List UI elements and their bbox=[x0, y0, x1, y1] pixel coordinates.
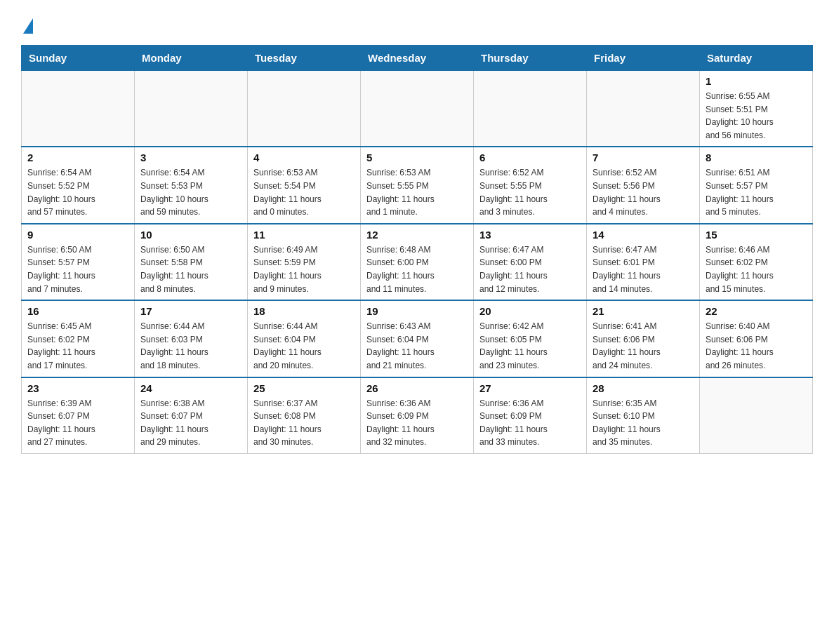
calendar-cell bbox=[700, 377, 813, 454]
day-info: Sunrise: 6:47 AMSunset: 6:01 PMDaylight:… bbox=[593, 243, 694, 295]
day-number: 25 bbox=[253, 382, 355, 394]
day-number: 4 bbox=[253, 152, 355, 163]
calendar-table: SundayMondayTuesdayWednesdayThursdayFrid… bbox=[21, 45, 813, 454]
day-number: 21 bbox=[593, 305, 694, 317]
day-info: Sunrise: 6:36 AMSunset: 6:09 PMDaylight:… bbox=[366, 397, 468, 449]
day-number: 10 bbox=[140, 229, 241, 241]
calendar-cell: 10Sunrise: 6:50 AMSunset: 5:58 PMDayligh… bbox=[135, 224, 248, 300]
day-number: 8 bbox=[706, 152, 807, 163]
day-info: Sunrise: 6:47 AMSunset: 6:00 PMDaylight:… bbox=[479, 243, 581, 295]
day-info: Sunrise: 6:54 AMSunset: 5:53 PMDaylight:… bbox=[140, 166, 241, 218]
calendar-cell bbox=[248, 70, 361, 147]
day-number: 2 bbox=[27, 152, 128, 163]
calendar-cell: 17Sunrise: 6:44 AMSunset: 6:03 PMDayligh… bbox=[135, 300, 248, 377]
calendar-week-row: 23Sunrise: 6:39 AMSunset: 6:07 PMDayligh… bbox=[22, 377, 813, 454]
column-header-monday: Monday bbox=[135, 46, 248, 70]
day-info: Sunrise: 6:53 AMSunset: 5:55 PMDaylight:… bbox=[366, 166, 468, 218]
calendar-week-row: 2Sunrise: 6:54 AMSunset: 5:52 PMDaylight… bbox=[22, 147, 813, 223]
calendar-cell: 4Sunrise: 6:53 AMSunset: 5:54 PMDaylight… bbox=[248, 147, 361, 223]
day-number: 17 bbox=[140, 305, 241, 317]
day-info: Sunrise: 6:43 AMSunset: 6:04 PMDaylight:… bbox=[366, 320, 468, 372]
page-header bbox=[21, 17, 813, 32]
calendar-cell bbox=[474, 70, 587, 147]
day-info: Sunrise: 6:48 AMSunset: 6:00 PMDaylight:… bbox=[366, 243, 468, 295]
day-info: Sunrise: 6:54 AMSunset: 5:52 PMDaylight:… bbox=[27, 166, 128, 218]
column-header-saturday: Saturday bbox=[700, 46, 813, 70]
day-info: Sunrise: 6:44 AMSunset: 6:04 PMDaylight:… bbox=[253, 320, 355, 372]
column-header-wednesday: Wednesday bbox=[361, 46, 474, 70]
calendar-cell bbox=[361, 70, 474, 147]
day-info: Sunrise: 6:38 AMSunset: 6:07 PMDaylight:… bbox=[140, 397, 241, 449]
day-info: Sunrise: 6:35 AMSunset: 6:10 PMDaylight:… bbox=[593, 397, 694, 449]
calendar-cell: 26Sunrise: 6:36 AMSunset: 6:09 PMDayligh… bbox=[361, 377, 474, 454]
day-number: 27 bbox=[479, 382, 581, 394]
day-number: 20 bbox=[479, 305, 581, 317]
column-header-thursday: Thursday bbox=[474, 46, 587, 70]
day-info: Sunrise: 6:37 AMSunset: 6:08 PMDaylight:… bbox=[253, 397, 355, 449]
calendar-cell: 23Sunrise: 6:39 AMSunset: 6:07 PMDayligh… bbox=[22, 377, 135, 454]
calendar-cell: 5Sunrise: 6:53 AMSunset: 5:55 PMDaylight… bbox=[361, 147, 474, 223]
day-info: Sunrise: 6:45 AMSunset: 6:02 PMDaylight:… bbox=[27, 320, 128, 372]
logo-arrow-icon bbox=[23, 18, 33, 34]
calendar-week-row: 1Sunrise: 6:55 AMSunset: 5:51 PMDaylight… bbox=[22, 70, 813, 147]
calendar-cell: 11Sunrise: 6:49 AMSunset: 5:59 PMDayligh… bbox=[248, 224, 361, 300]
day-info: Sunrise: 6:50 AMSunset: 5:58 PMDaylight:… bbox=[140, 243, 241, 295]
day-info: Sunrise: 6:44 AMSunset: 6:03 PMDaylight:… bbox=[140, 320, 241, 372]
calendar-cell: 16Sunrise: 6:45 AMSunset: 6:02 PMDayligh… bbox=[22, 300, 135, 377]
day-info: Sunrise: 6:36 AMSunset: 6:09 PMDaylight:… bbox=[479, 397, 581, 449]
calendar-cell: 6Sunrise: 6:52 AMSunset: 5:55 PMDaylight… bbox=[474, 147, 587, 223]
calendar-cell: 3Sunrise: 6:54 AMSunset: 5:53 PMDaylight… bbox=[135, 147, 248, 223]
day-number: 15 bbox=[706, 229, 807, 241]
calendar-cell: 24Sunrise: 6:38 AMSunset: 6:07 PMDayligh… bbox=[135, 377, 248, 454]
day-number: 26 bbox=[366, 382, 468, 394]
logo bbox=[21, 17, 33, 32]
calendar-cell: 20Sunrise: 6:42 AMSunset: 6:05 PMDayligh… bbox=[474, 300, 587, 377]
calendar-cell: 21Sunrise: 6:41 AMSunset: 6:06 PMDayligh… bbox=[587, 300, 700, 377]
day-number: 28 bbox=[593, 382, 694, 394]
calendar-cell: 8Sunrise: 6:51 AMSunset: 5:57 PMDaylight… bbox=[700, 147, 813, 223]
day-info: Sunrise: 6:46 AMSunset: 6:02 PMDaylight:… bbox=[706, 243, 807, 295]
day-info: Sunrise: 6:49 AMSunset: 5:59 PMDaylight:… bbox=[253, 243, 355, 295]
calendar-week-row: 9Sunrise: 6:50 AMSunset: 5:57 PMDaylight… bbox=[22, 224, 813, 300]
day-number: 1 bbox=[706, 75, 807, 87]
day-number: 5 bbox=[366, 152, 468, 163]
day-info: Sunrise: 6:55 AMSunset: 5:51 PMDaylight:… bbox=[706, 90, 807, 142]
column-header-sunday: Sunday bbox=[22, 46, 135, 70]
calendar-cell bbox=[22, 70, 135, 147]
day-info: Sunrise: 6:50 AMSunset: 5:57 PMDaylight:… bbox=[27, 243, 128, 295]
calendar-cell: 14Sunrise: 6:47 AMSunset: 6:01 PMDayligh… bbox=[587, 224, 700, 300]
calendar-cell: 19Sunrise: 6:43 AMSunset: 6:04 PMDayligh… bbox=[361, 300, 474, 377]
day-info: Sunrise: 6:42 AMSunset: 6:05 PMDaylight:… bbox=[479, 320, 581, 372]
calendar-cell: 22Sunrise: 6:40 AMSunset: 6:06 PMDayligh… bbox=[700, 300, 813, 377]
day-number: 19 bbox=[366, 305, 468, 317]
day-number: 9 bbox=[27, 229, 128, 241]
calendar-cell: 9Sunrise: 6:50 AMSunset: 5:57 PMDaylight… bbox=[22, 224, 135, 300]
day-number: 11 bbox=[253, 229, 355, 241]
day-info: Sunrise: 6:51 AMSunset: 5:57 PMDaylight:… bbox=[706, 166, 807, 218]
calendar-cell bbox=[587, 70, 700, 147]
calendar-cell: 15Sunrise: 6:46 AMSunset: 6:02 PMDayligh… bbox=[700, 224, 813, 300]
calendar-cell: 25Sunrise: 6:37 AMSunset: 6:08 PMDayligh… bbox=[248, 377, 361, 454]
day-info: Sunrise: 6:41 AMSunset: 6:06 PMDaylight:… bbox=[593, 320, 694, 372]
calendar-cell: 13Sunrise: 6:47 AMSunset: 6:00 PMDayligh… bbox=[474, 224, 587, 300]
day-info: Sunrise: 6:39 AMSunset: 6:07 PMDaylight:… bbox=[27, 397, 128, 449]
day-number: 12 bbox=[366, 229, 468, 241]
day-number: 22 bbox=[706, 305, 807, 317]
day-number: 14 bbox=[593, 229, 694, 241]
day-number: 6 bbox=[479, 152, 581, 163]
calendar-cell: 28Sunrise: 6:35 AMSunset: 6:10 PMDayligh… bbox=[587, 377, 700, 454]
day-info: Sunrise: 6:52 AMSunset: 5:56 PMDaylight:… bbox=[593, 166, 694, 218]
day-number: 18 bbox=[253, 305, 355, 317]
column-header-friday: Friday bbox=[587, 46, 700, 70]
column-header-tuesday: Tuesday bbox=[248, 46, 361, 70]
calendar-cell: 1Sunrise: 6:55 AMSunset: 5:51 PMDaylight… bbox=[700, 70, 813, 147]
day-info: Sunrise: 6:53 AMSunset: 5:54 PMDaylight:… bbox=[253, 166, 355, 218]
day-info: Sunrise: 6:40 AMSunset: 6:06 PMDaylight:… bbox=[706, 320, 807, 372]
calendar-cell bbox=[135, 70, 248, 147]
day-number: 24 bbox=[140, 382, 241, 394]
calendar-cell: 18Sunrise: 6:44 AMSunset: 6:04 PMDayligh… bbox=[248, 300, 361, 377]
calendar-header-row: SundayMondayTuesdayWednesdayThursdayFrid… bbox=[22, 46, 813, 70]
calendar-cell: 12Sunrise: 6:48 AMSunset: 6:00 PMDayligh… bbox=[361, 224, 474, 300]
day-number: 16 bbox=[27, 305, 128, 317]
day-info: Sunrise: 6:52 AMSunset: 5:55 PMDaylight:… bbox=[479, 166, 581, 218]
